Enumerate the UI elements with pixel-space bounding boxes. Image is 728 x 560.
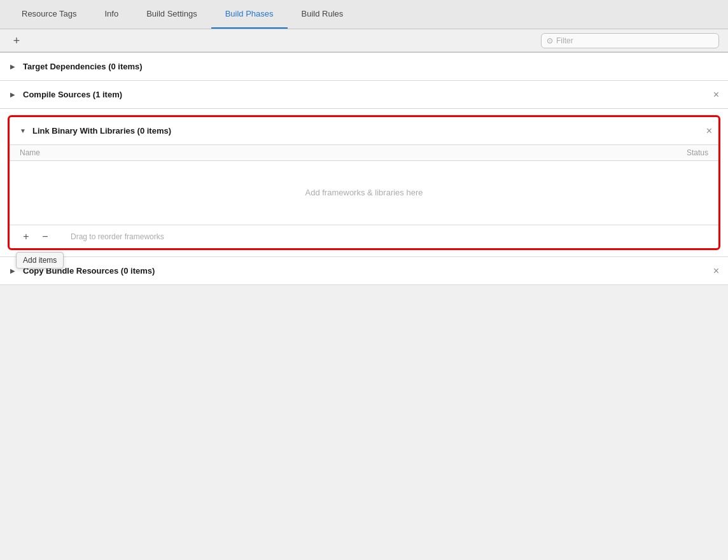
section-copy-bundle-resources: ▶ Copy Bundle Resources (0 items) ×	[0, 257, 728, 285]
filter-placeholder: Filter	[556, 36, 573, 45]
add-phase-button[interactable]: +	[9, 33, 24, 48]
section-link-binary: ▼ Link Binary With Libraries (0 items) ×…	[8, 115, 720, 250]
section-title-target-dependencies: Target Dependencies (0 items)	[23, 62, 143, 71]
section-header-link-binary[interactable]: ▼ Link Binary With Libraries (0 items) ×	[10, 117, 718, 144]
close-copy-bundle-resources-button[interactable]: ×	[713, 266, 719, 276]
close-link-binary-button[interactable]: ×	[706, 126, 712, 136]
section-header-target-dependencies[interactable]: ▶ Target Dependencies (0 items)	[0, 53, 728, 80]
phase-footer-link-binary: + Add items − Drag to reorder frameworks	[10, 225, 718, 248]
add-items-tooltip: Add items	[16, 252, 64, 269]
collapse-triangle-compile-sources: ▶	[10, 91, 18, 98]
remove-framework-button[interactable]: −	[39, 230, 52, 243]
filter-box[interactable]: ⊙ Filter	[541, 33, 719, 48]
main-content: ▶ Target Dependencies (0 items) ▶ Compil…	[0, 52, 728, 285]
section-target-dependencies: ▶ Target Dependencies (0 items)	[0, 53, 728, 81]
collapse-triangle-target-dependencies: ▶	[10, 63, 18, 70]
status-column-header: Status	[358, 145, 718, 161]
section-header-compile-sources[interactable]: ▶ Compile Sources (1 item)	[0, 81, 728, 108]
tab-bar: Resource Tags Info Build Settings Build …	[0, 0, 728, 29]
tab-build-phases[interactable]: Build Phases	[211, 0, 288, 29]
frameworks-table: Name Status Add frameworks & libraries h…	[10, 144, 718, 225]
tab-resource-tags[interactable]: Resource Tags	[8, 0, 90, 29]
section-title-compile-sources: Compile Sources (1 item)	[23, 90, 122, 99]
drag-hint: Drag to reorder frameworks	[71, 232, 164, 241]
collapse-triangle-link-binary: ▼	[20, 127, 27, 134]
section-header-copy-bundle-resources[interactable]: ▶ Copy Bundle Resources (0 items)	[0, 257, 728, 284]
empty-frameworks-message: Add frameworks & libraries here	[10, 161, 718, 225]
add-framework-button[interactable]: +	[20, 230, 32, 243]
close-compile-sources-button[interactable]: ×	[713, 90, 719, 100]
section-compile-sources: ▶ Compile Sources (1 item) ×	[0, 81, 728, 109]
section-title-link-binary: Link Binary With Libraries (0 items)	[32, 126, 171, 136]
name-column-header: Name	[10, 145, 358, 161]
toolbar: + ⊙ Filter	[0, 29, 728, 52]
tab-build-rules[interactable]: Build Rules	[288, 0, 358, 29]
filter-icon: ⊙	[547, 36, 553, 45]
tab-build-settings[interactable]: Build Settings	[132, 0, 211, 29]
link-binary-wrapper: ▼ Link Binary With Libraries (0 items) ×…	[0, 109, 728, 257]
tab-info[interactable]: Info	[90, 0, 132, 29]
add-framework-tooltip-container: + Add items	[20, 230, 32, 243]
